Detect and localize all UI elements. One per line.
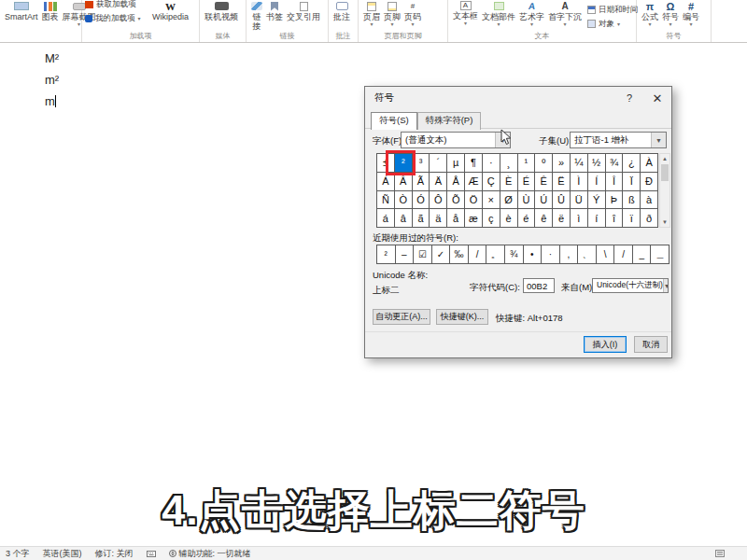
- insert-button[interactable]: 插入(I): [584, 336, 627, 353]
- symbol-cell[interactable]: â: [395, 209, 412, 227]
- symbol-cell[interactable]: ¿: [623, 154, 640, 172]
- cancel-button[interactable]: 取消: [634, 336, 668, 353]
- symbol-cell[interactable]: Ò: [395, 191, 412, 209]
- symbol-cell[interactable]: ë: [553, 209, 570, 227]
- ribbon-button-link[interactable]: 链接: [249, 0, 264, 31]
- symbol-cell[interactable]: Å: [447, 173, 464, 190]
- symbol-cell[interactable]: Ó: [413, 191, 430, 209]
- scroll-down-icon[interactable]: ▼: [660, 217, 669, 227]
- symbol-cell[interactable]: ·: [483, 154, 500, 172]
- font-dropdown[interactable]: (普通文本) ▼: [401, 132, 511, 148]
- symbol-cell[interactable]: Ã: [413, 173, 430, 190]
- symbol-cell[interactable]: Ç: [483, 173, 500, 190]
- symbol-cell[interactable]: Â: [395, 173, 412, 190]
- symbol-cell[interactable]: ±: [377, 154, 394, 172]
- symbol-cell[interactable]: Í: [588, 173, 605, 190]
- tab-symbols[interactable]: 符号(S): [371, 112, 417, 130]
- tab-special-characters[interactable]: 特殊字符(P): [417, 112, 482, 130]
- recent-symbol-cell[interactable]: ＿: [651, 245, 669, 263]
- symbol-cell[interactable]: è: [500, 209, 517, 227]
- symbol-cell[interactable]: Ü: [571, 191, 587, 209]
- symbol-cell[interactable]: ß: [623, 191, 640, 209]
- dialog-titlebar[interactable]: 符号 ? ✕: [365, 87, 671, 109]
- focus-mode-icon[interactable]: [715, 550, 725, 557]
- language-status[interactable]: 英语(美国): [43, 548, 82, 560]
- ribbon-button-online-video[interactable]: 联机视频: [203, 0, 240, 21]
- symbol-cell[interactable]: ä: [430, 209, 446, 227]
- ribbon-button-date-time[interactable]: 日期和时间: [587, 4, 639, 16]
- symbol-cell[interactable]: é: [518, 209, 535, 227]
- ribbon-button-quick-parts[interactable]: 文档部件 ▾: [480, 0, 517, 27]
- symbol-cell[interactable]: »: [553, 154, 570, 172]
- ribbon-button-numbering[interactable]: # 编号 ▾: [681, 0, 701, 27]
- recent-symbol-cell[interactable]: \: [597, 245, 614, 263]
- scrollbar-thumb[interactable]: [661, 164, 669, 181]
- recent-symbol-cell[interactable]: 。: [486, 245, 504, 263]
- subset-dropdown[interactable]: 拉丁语-1 增补 ▼: [570, 132, 667, 148]
- from-dropdown[interactable]: Unicode(十六进制) ▼: [592, 278, 669, 293]
- symbol-cell[interactable]: Ë: [553, 173, 570, 190]
- ribbon-button-page-number[interactable]: # 页码 ▾: [402, 0, 423, 27]
- recent-symbol-cell[interactable]: _: [633, 245, 651, 263]
- ribbon-button-comment[interactable]: 批注: [331, 0, 352, 21]
- symbol-cell[interactable]: Ð: [641, 173, 657, 190]
- symbol-cell[interactable]: Ú: [535, 191, 552, 209]
- symbol-cell[interactable]: À: [641, 154, 657, 172]
- recent-symbol-cell[interactable]: ,: [560, 245, 578, 263]
- symbol-cell[interactable]: Ê: [535, 173, 552, 190]
- ribbon-button-wikipedia[interactable]: W Wikipedia: [150, 0, 190, 21]
- ribbon-button-footer[interactable]: 页脚 ▾: [382, 0, 402, 27]
- symbol-cell[interactable]: µ: [447, 154, 464, 172]
- symbol-cell[interactable]: ×: [483, 191, 500, 209]
- chevron-down-icon[interactable]: ▼: [651, 133, 666, 147]
- recent-symbol-cell[interactable]: ²: [377, 245, 395, 263]
- symbol-cell[interactable]: Ô: [430, 191, 446, 209]
- recent-symbol-cell[interactable]: ‰: [450, 245, 468, 263]
- symbol-cell[interactable]: Ï: [623, 173, 640, 190]
- symbol-cell[interactable]: Õ: [447, 191, 464, 209]
- ribbon-button-chart[interactable]: 图表: [40, 0, 61, 21]
- recent-symbol-cell[interactable]: ¾: [505, 245, 523, 263]
- symbol-cell[interactable]: à: [641, 191, 657, 209]
- chevron-down-icon[interactable]: ▼: [663, 279, 669, 292]
- symbol-cell[interactable]: ½: [588, 154, 605, 172]
- recent-symbol-cell[interactable]: •: [524, 245, 542, 263]
- symbol-cell[interactable]: Ù: [518, 191, 535, 209]
- symbol-cell[interactable]: Æ: [465, 173, 482, 190]
- recent-symbol-cell[interactable]: ✓: [432, 245, 450, 263]
- symbol-cell[interactable]: Ø: [500, 191, 517, 209]
- ribbon-button-drop-cap[interactable]: A 首字下沉 ▾: [546, 0, 584, 27]
- char-code-input[interactable]: 00B2: [523, 278, 555, 293]
- shortcut-key-button[interactable]: 快捷键(K)...: [436, 309, 488, 325]
- symbol-cell[interactable]: ï: [623, 209, 640, 227]
- word-count[interactable]: 3 个字: [6, 548, 30, 560]
- autocorrect-button[interactable]: 自动更正(A)...: [373, 309, 430, 325]
- symbol-cell[interactable]: æ: [465, 209, 482, 227]
- ribbon-button-smartart[interactable]: SmartArt: [3, 0, 40, 21]
- symbol-cell[interactable]: î: [606, 209, 623, 227]
- symbol-cell[interactable]: ¹: [518, 154, 535, 172]
- symbol-cell[interactable]: Û: [553, 191, 570, 209]
- ribbon-button-wordart[interactable]: A 艺术字 ▾: [517, 0, 546, 27]
- ribbon-button-my-addins[interactable]: 我的加载项 ▾: [85, 12, 141, 24]
- recent-symbol-cell[interactable]: ·: [542, 245, 559, 263]
- symbol-cell[interactable]: ³: [413, 154, 430, 172]
- symbol-cell[interactable]: Þ: [606, 191, 623, 209]
- track-changes-status[interactable]: 修订: 关闭: [95, 548, 134, 560]
- symbol-cell[interactable]: í: [588, 209, 605, 227]
- ribbon-button-cross-reference[interactable]: 交叉引用: [285, 0, 322, 21]
- symbol-cell[interactable]: á: [377, 209, 394, 227]
- symbol-cell[interactable]: ê: [535, 209, 552, 227]
- symbol-cell[interactable]: Ì: [571, 173, 587, 190]
- symbol-cell[interactable]: ¼: [571, 154, 587, 172]
- symbol-cell[interactable]: ¾: [606, 154, 623, 172]
- ribbon-button-get-addins[interactable]: 获取加载项: [85, 0, 136, 8]
- symbol-cell[interactable]: É: [518, 173, 535, 190]
- ribbon-button-object[interactable]: 对象 ▾: [587, 18, 620, 30]
- help-icon[interactable]: ?: [615, 87, 643, 109]
- symbol-grid-scrollbar[interactable]: ▲ ▼: [659, 153, 670, 228]
- accessibility-status[interactable]: 辅助功能: 一切就绪: [169, 548, 251, 560]
- symbol-cell[interactable]: Á: [377, 173, 394, 190]
- ribbon-button-header[interactable]: 页眉 ▾: [361, 0, 382, 27]
- symbol-cell[interactable]: Ý: [588, 191, 605, 209]
